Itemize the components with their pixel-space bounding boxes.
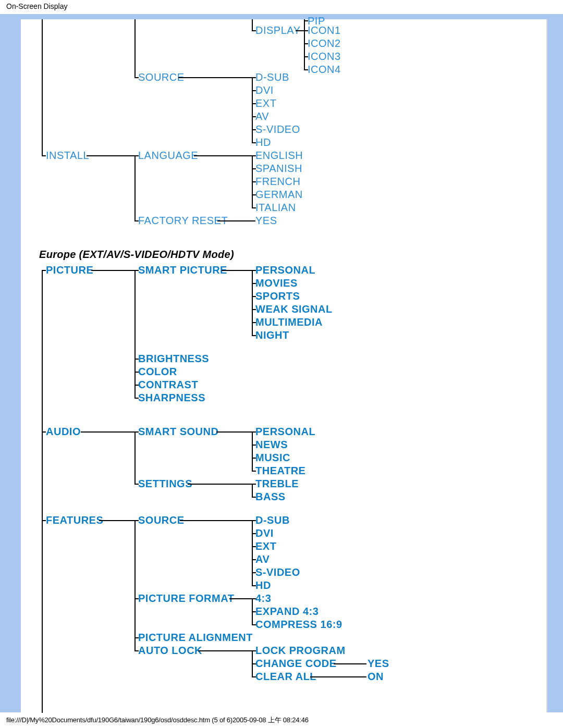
tree-line: [252, 663, 256, 664]
tree-line: [252, 30, 256, 31]
tree-line: [134, 385, 139, 386]
tree-node-icon4: ICON4: [308, 64, 341, 76]
tree-node-bass: BASS: [255, 491, 286, 503]
section-europe-title: Europe (EXT/AV/S-VIDEO/HDTV Mode): [39, 249, 234, 261]
tree-node-av2: AV: [255, 553, 270, 565]
tree-node-brightness: BRIGHTNESS: [138, 353, 209, 365]
tree-node-auto-lock: AUTO LOCK: [138, 645, 202, 657]
tree-line: [134, 637, 139, 638]
tree-line: [252, 471, 256, 472]
tree-node-weak-signal: WEAK SIGNAL: [255, 303, 333, 315]
tree-node-av: AV: [255, 110, 269, 122]
tree-node-clear-all: CLEAR ALL: [255, 671, 316, 683]
tree-line: [252, 270, 253, 336]
tree-line: [252, 19, 253, 31]
tree-node-treble: TREBLE: [255, 478, 299, 490]
tree-node-movies: MOVIES: [255, 277, 298, 289]
tree-line: [252, 484, 253, 497]
tree-node-color: COLOR: [138, 366, 177, 378]
tree-line: [252, 322, 256, 323]
tree-line: [252, 270, 256, 271]
tree-line: [134, 220, 139, 221]
tree-node-smart-sound: SMART SOUND: [138, 426, 218, 438]
tree-node-sharpness: SHARPNESS: [138, 392, 205, 404]
tree-line: [134, 270, 136, 398]
tree-node-factory-reset: FACTORY RESET: [138, 215, 228, 227]
tree-line: [304, 19, 305, 70]
tree-node-4-3: 4:3: [255, 593, 271, 604]
tree-node-music: MUSIC: [255, 452, 290, 464]
tree-node-on: ON: [368, 671, 384, 683]
tree-node-hd: HD: [255, 137, 271, 149]
tree-node-sports: SPORTS: [255, 290, 300, 302]
tree-line: [252, 458, 256, 459]
tree-node-install: INSTALL: [46, 150, 89, 162]
tree-line: [134, 155, 136, 221]
tree-line: [42, 520, 46, 521]
tree-node-picture-align: PICTURE ALIGNMENT: [138, 632, 253, 644]
tree-line: [216, 431, 252, 433]
tree-node-multimedia: MULTIMEDIA: [255, 316, 323, 328]
tree-line: [42, 270, 46, 271]
tree-line: [252, 194, 256, 195]
tree-line: [252, 129, 256, 130]
tree-line: [99, 520, 134, 521]
tree-node-source: SOURCE: [138, 71, 185, 83]
tree-line: [252, 431, 253, 471]
tree-line: [252, 335, 256, 336]
tree-line: [252, 533, 256, 534]
tree-node-french: FRENCH: [255, 176, 300, 188]
tree-line: [134, 650, 139, 651]
tree-node-dvi: DVI: [255, 84, 274, 96]
tree-line: [134, 520, 139, 521]
tree-node-italian: ITALIAN: [255, 202, 296, 214]
tree-line: [304, 43, 308, 44]
frame-top: [0, 14, 563, 19]
tree-line: [304, 20, 308, 21]
tree-line: [252, 207, 256, 208]
tree-line: [42, 155, 46, 156]
tree-line: [134, 484, 139, 485]
tree-line: [252, 650, 256, 651]
tree-node-night: NIGHT: [255, 329, 289, 341]
tree-node-ext2: EXT: [255, 540, 276, 552]
tree-line: [304, 56, 308, 57]
tree-node-icon1: ICON1: [308, 24, 341, 36]
tree-node-german: GERMAN: [255, 189, 303, 201]
tree-line: [252, 484, 256, 485]
tree-node-icon2: ICON2: [308, 38, 341, 50]
tree-line: [304, 30, 308, 31]
tree-line: [134, 431, 139, 433]
tree-line: [134, 270, 139, 271]
tree-line: [252, 309, 256, 310]
tree-line: [252, 296, 256, 297]
tree-node-dsub2: D-SUB: [255, 514, 290, 526]
tree-line: [252, 520, 253, 586]
tree-line: [252, 168, 256, 169]
page-footer: file:///D|/My%20Documents/dfu/190G6/taiw…: [6, 715, 309, 725]
tree-node-personal2: PERSONAL: [255, 426, 315, 438]
tree-node-picture: PICTURE: [46, 264, 93, 276]
tree-line: [252, 585, 256, 586]
tree-node-svideo: S-VIDEO: [255, 124, 300, 135]
tree-line: [252, 283, 256, 284]
tree-line: [252, 624, 256, 625]
tree-node-hd2: HD: [255, 579, 271, 591]
page-root: On-Screen Display PIP DISPLAY ICON1 ICON…: [0, 0, 563, 728]
tree-line: [134, 398, 139, 399]
tree-node-theatre: THEATRE: [255, 465, 305, 477]
tree-line: [296, 30, 304, 31]
tree-node-settings: SETTINGS: [138, 478, 192, 490]
tree-node-dsub: D-SUB: [255, 71, 289, 83]
tree-line: [87, 155, 134, 156]
tree-node-smart-picture: SMART PICTURE: [138, 264, 227, 276]
tree-node-audio: AUDIO: [46, 426, 81, 438]
tree-line: [134, 19, 136, 78]
tree-node-contrast: CONTRAST: [138, 379, 198, 391]
tree-line: [252, 181, 256, 182]
tree-node-news: NEWS: [255, 439, 288, 451]
tree-line: [134, 431, 136, 484]
tree-line: [134, 77, 139, 78]
tree-line: [134, 520, 136, 651]
tree-line: [304, 69, 308, 70]
